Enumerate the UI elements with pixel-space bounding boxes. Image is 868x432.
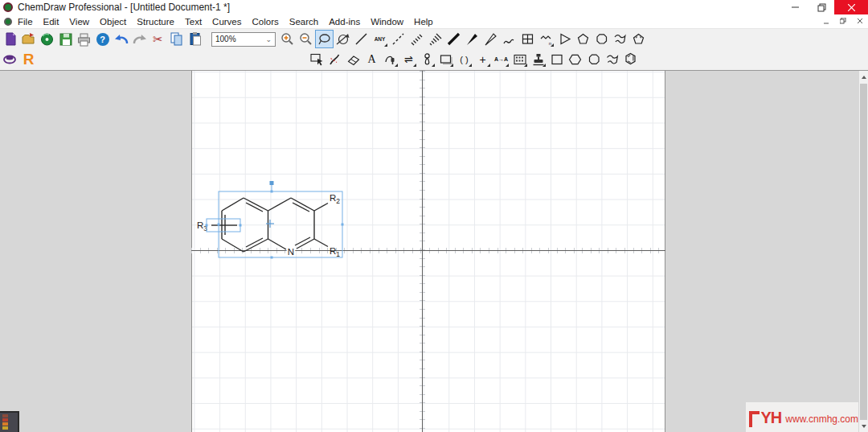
r-logo-label: R	[23, 51, 35, 68]
scrollbar-up-button[interactable]	[859, 71, 868, 83]
zoom-level-value: 100%	[215, 35, 236, 43]
chemdraw-addin-icon[interactable]	[2, 51, 18, 68]
bracket-tool[interactable]: ( )	[456, 51, 473, 68]
shape-square-tool[interactable]	[548, 51, 565, 68]
plus-tool[interactable]: +	[474, 51, 491, 68]
rectangle-tool[interactable]	[437, 51, 454, 68]
vertical-crosshair-line	[422, 71, 423, 432]
watermark-logo-mark	[749, 411, 760, 427]
zoom-level-combobox[interactable]: 100% ⌄	[211, 32, 276, 47]
palette-swatch	[2, 422, 8, 426]
undo-icon[interactable]	[113, 31, 129, 47]
menu-curves[interactable]: Curves	[212, 17, 241, 27]
menu-text[interactable]: Text	[185, 17, 202, 27]
window-title: ChemDraw Professional - [Untitled Docume…	[18, 2, 230, 13]
watermark-url: www.cnmhg.com	[785, 413, 858, 425]
new-document-icon[interactable]	[2, 31, 18, 47]
ring-benzene-tool[interactable]	[622, 51, 639, 68]
marquee-tool[interactable]	[308, 51, 325, 68]
help-icon[interactable]: ?	[94, 31, 111, 47]
close-button[interactable]	[834, 0, 868, 14]
eraser-tool[interactable]	[345, 51, 362, 68]
doc-minimize-button[interactable]	[821, 16, 831, 26]
atom-map-tool[interactable]: A→A	[493, 51, 510, 68]
reaction-arrow-tool[interactable]: ⇌	[400, 51, 417, 68]
text-tool[interactable]: A	[363, 51, 380, 68]
toolbar-row-1: ? ✂ 100% ⌄	[0, 29, 868, 49]
menu-view[interactable]: View	[69, 17, 89, 27]
doc-restore-button[interactable]	[838, 16, 848, 26]
open-icon[interactable]	[20, 31, 37, 47]
bond-hollow-wedge-tool[interactable]	[482, 31, 499, 47]
palette-swatch	[2, 414, 8, 418]
restore-button[interactable]	[809, 0, 834, 14]
r-logo[interactable]: R	[20, 51, 37, 68]
lasso-tool[interactable]	[316, 31, 333, 47]
cut-glyph: ✂	[153, 32, 163, 47]
cd-icon[interactable]	[39, 31, 55, 47]
shape-wave-tool[interactable]	[604, 51, 620, 68]
title-bar: ChemDraw Professional - [Untitled Docume…	[0, 0, 868, 14]
zoom-in-icon[interactable]	[279, 31, 296, 47]
menu-colors[interactable]: Colors	[252, 17, 279, 27]
rotate-tool[interactable]	[334, 31, 351, 47]
bond-wavy-tool[interactable]	[501, 31, 518, 47]
atom-map-label: A→A	[494, 56, 508, 62]
doc-close-button[interactable]	[855, 16, 865, 26]
bond-hashed-wedge-tool[interactable]	[427, 31, 444, 47]
ring-pentagon-tool[interactable]	[575, 31, 592, 47]
polymer-n-label: n	[549, 41, 551, 46]
scrollbar-down-button[interactable]	[859, 420, 868, 432]
menu-search[interactable]: Search	[289, 17, 318, 27]
brackets-label: ( )	[460, 55, 468, 64]
template-stamp-tool[interactable]	[530, 51, 547, 68]
cut-icon[interactable]: ✂	[149, 31, 166, 47]
menu-edit[interactable]: Edit	[43, 17, 59, 27]
vertical-scrollbar[interactable]	[859, 71, 868, 432]
print-icon[interactable]	[76, 31, 92, 47]
pen-tool[interactable]	[326, 51, 343, 68]
chevron-up-icon	[862, 76, 866, 79]
table-tool[interactable]	[519, 31, 536, 47]
minimize-button[interactable]	[783, 0, 809, 14]
ring-cyclopentadiene-tool[interactable]	[630, 31, 647, 47]
app-logo-icon	[3, 2, 13, 12]
redo-icon[interactable]	[131, 31, 148, 47]
scrollbar-thumb[interactable]	[860, 84, 867, 432]
shape-freeform-tool[interactable]	[612, 31, 628, 47]
orbital-tool[interactable]	[419, 51, 436, 68]
palette-swatch	[2, 426, 8, 430]
menu-structure[interactable]: Structure	[137, 17, 174, 27]
chemdraw-window: ChemDraw Professional - [Untitled Docume…	[0, 0, 868, 432]
polymer-bracket-tool[interactable]: n	[538, 31, 555, 47]
paste-icon[interactable]	[186, 31, 203, 47]
chain-tool[interactable]	[556, 31, 573, 47]
ring-octagon-tool[interactable]	[593, 31, 610, 47]
clean-up-structure-tool[interactable]	[382, 51, 399, 68]
save-icon[interactable]	[57, 31, 74, 47]
periodic-table-tool[interactable]	[511, 51, 528, 68]
any-bond-label: ANY	[375, 36, 386, 42]
document-icon	[4, 18, 12, 26]
bond-bold-tool[interactable]	[445, 31, 462, 47]
menu-object[interactable]: Object	[100, 17, 126, 27]
plus-label: +	[479, 53, 485, 66]
toolbar: ? ✂ 100% ⌄	[0, 29, 868, 71]
bond-solid-tool[interactable]	[353, 31, 370, 47]
menu-addins[interactable]: Add-ins	[329, 17, 360, 27]
menu-window[interactable]: Window	[371, 17, 403, 27]
color-palette-window[interactable]	[0, 411, 19, 432]
zoom-out-icon[interactable]	[297, 31, 314, 47]
menu-bar: File Edit View Object Structure Text Cur…	[0, 14, 868, 29]
menu-file[interactable]: File	[18, 17, 33, 27]
help-label: ?	[96, 33, 109, 46]
bond-any-tool[interactable]: ANY	[371, 31, 388, 47]
menu-help[interactable]: Help	[414, 17, 433, 27]
bond-wedge-tool[interactable]	[464, 31, 481, 47]
bond-hashed-tool[interactable]	[408, 31, 425, 47]
shape-octagon-tool[interactable]	[585, 51, 602, 68]
bond-dashed-tool[interactable]	[390, 31, 407, 47]
palette-swatch	[2, 418, 8, 422]
copy-icon[interactable]	[168, 31, 185, 47]
ring-hexagon-tool[interactable]	[567, 51, 583, 68]
